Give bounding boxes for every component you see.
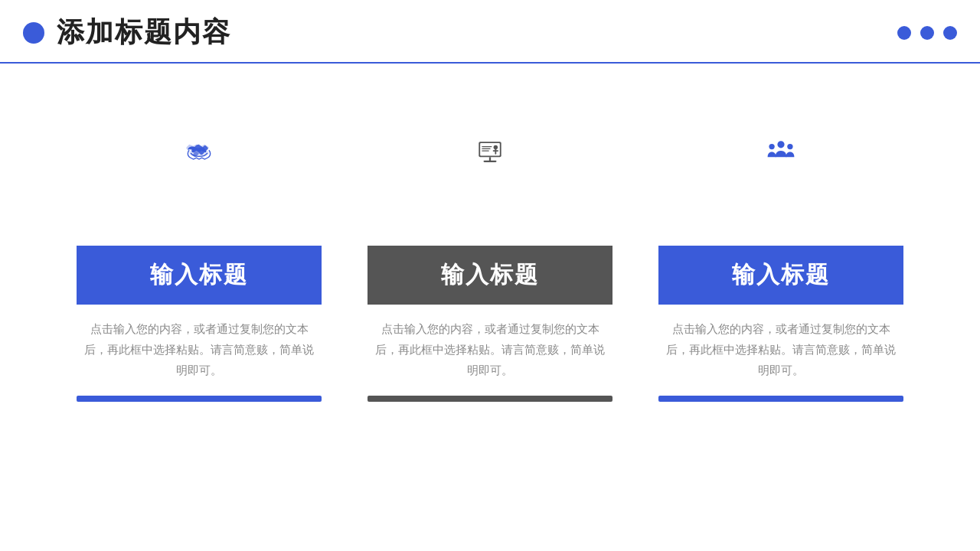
header: 添加标题内容 <box>0 0 980 64</box>
card-1-title: 输入标题 <box>150 262 248 287</box>
pin-shape-3 <box>739 109 823 194</box>
header-dot-icon <box>23 22 44 44</box>
dot-icon-2 <box>920 26 934 40</box>
dot-icon-1 <box>897 26 911 40</box>
svg-rect-3 <box>480 143 500 156</box>
pin-shape-1 <box>157 109 241 194</box>
title-box-3[interactable]: 输入标题 <box>658 246 903 305</box>
card-3-title: 输入标题 <box>732 262 830 287</box>
card-3-bar <box>658 396 903 402</box>
header-dots <box>897 26 957 40</box>
card-1-bar <box>77 396 322 402</box>
pin-inner-1 <box>169 122 229 181</box>
svg-point-13 <box>769 144 774 149</box>
page-title: 添加标题内容 <box>57 14 231 51</box>
main-content: 输入标题 点击输入您的内容，或者通过复制您的文本后，再此框中选择粘贴。请言简意赅… <box>0 64 980 432</box>
pin-1 <box>153 109 245 217</box>
dot-icon-3 <box>943 26 957 40</box>
header-left: 添加标题内容 <box>23 14 231 51</box>
title-box-1[interactable]: 输入标题 <box>77 246 322 305</box>
svg-point-14 <box>787 144 792 149</box>
handshake-icon <box>182 135 216 168</box>
card-2: 输入标题 点击输入您的内容，或者通过复制您的文本后，再此框中选择粘贴。请言简意赅… <box>368 109 612 402</box>
pin-3 <box>735 109 827 217</box>
pin-inner-2 <box>460 122 520 181</box>
card-2-title: 输入标题 <box>441 262 539 287</box>
card-3-desc: 点击输入您的内容，或者通过复制您的文本后，再此框中选择粘贴。请言简意赅，简单说明… <box>658 318 903 380</box>
card-1-desc: 点击输入您的内容，或者通过复制您的文本后，再此框中选择粘贴。请言简意赅，简单说明… <box>77 318 322 380</box>
card-2-desc: 点击输入您的内容，或者通过复制您的文本后，再此框中选择粘贴。请言简意赅，简单说明… <box>368 318 612 380</box>
card-3: 输入标题 点击输入您的内容，或者通过复制您的文本后，再此框中选择粘贴。请言简意赅… <box>658 109 903 402</box>
pin-inner-3 <box>751 122 811 181</box>
title-box-2[interactable]: 输入标题 <box>368 246 612 305</box>
presentation-icon <box>473 135 507 168</box>
card-2-bar <box>368 396 612 402</box>
card-1: 输入标题 点击输入您的内容，或者通过复制您的文本后，再此框中选择粘贴。请言简意赅… <box>77 109 322 402</box>
pin-shape-2 <box>448 109 532 194</box>
pin-2 <box>444 109 536 217</box>
team-icon <box>764 135 798 168</box>
svg-point-12 <box>777 141 784 148</box>
